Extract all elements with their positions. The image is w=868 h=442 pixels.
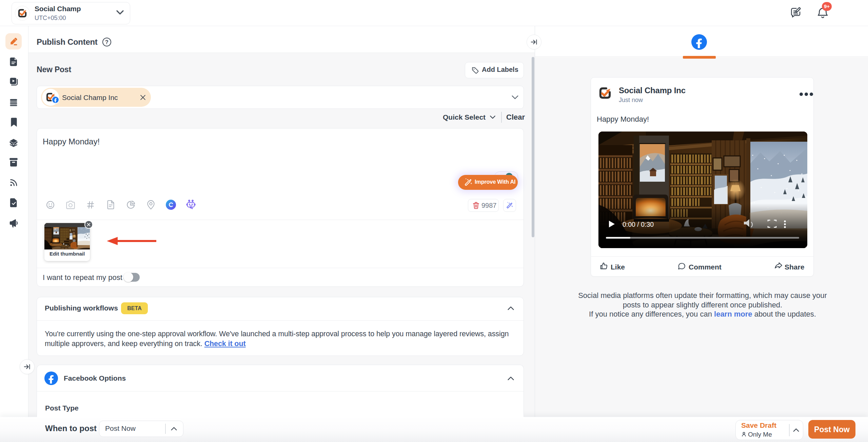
svg-text:0:00 / 0:30: 0:00 / 0:30: [623, 221, 654, 228]
